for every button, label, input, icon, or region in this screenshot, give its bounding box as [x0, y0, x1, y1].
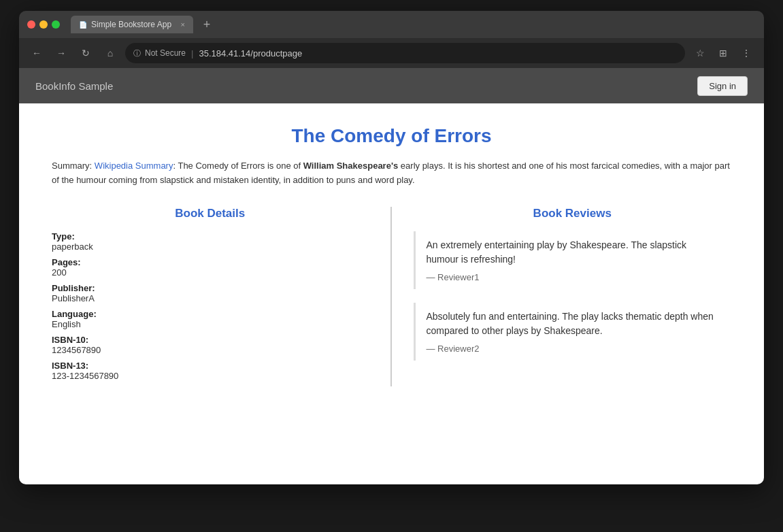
review-card-1: An extremely entertaining play by Shakes…	[414, 231, 732, 289]
traffic-lights	[27, 20, 60, 29]
url-display: 35.184.41.14/productpage	[199, 48, 302, 59]
back-button[interactable]: ←	[27, 44, 46, 63]
detail-pages-value: 200	[52, 267, 369, 278]
book-summary: Summary: Wikipedia Summary: The Comedy o…	[52, 159, 731, 188]
detail-publisher-label: Publisher:	[52, 283, 369, 293]
detail-isbn13-label: ISBN-13:	[52, 361, 369, 371]
security-info-icon: ⓘ	[133, 48, 141, 59]
app-header: BookInfo Sample Sign in	[19, 68, 764, 103]
sign-in-button[interactable]: Sign in	[697, 76, 748, 96]
reload-button[interactable]: ↻	[76, 44, 95, 63]
tab-area: 📄 Simple Bookstore App × +	[71, 15, 756, 34]
detail-pages-label: Pages:	[52, 257, 369, 267]
content-columns: Book Details Type: paperback Pages: 200 …	[52, 207, 731, 386]
minimize-window-button[interactable]	[39, 20, 48, 29]
chrome-menu-button[interactable]: ⋮	[737, 44, 756, 63]
summary-bold-text: William Shakespeare's	[303, 161, 399, 171]
detail-isbn13-value: 123-1234567890	[52, 371, 369, 381]
detail-language-label: Language:	[52, 309, 369, 319]
detail-isbn10-label: ISBN-10:	[52, 335, 369, 345]
tab-title: Simple Bookstore App	[91, 20, 171, 29]
home-button[interactable]: ⌂	[101, 44, 120, 63]
review-text-1: An extremely entertaining play by Shakes…	[427, 238, 721, 267]
fullscreen-window-button[interactable]	[52, 20, 60, 29]
book-reviews-heading: Book Reviews	[414, 207, 732, 220]
close-window-button[interactable]	[27, 20, 35, 29]
detail-type-value: paperback	[52, 242, 369, 252]
review-card-2: Absolutely fun and entertaining. The pla…	[414, 303, 732, 361]
extensions-button[interactable]: ⊞	[714, 44, 733, 63]
summary-text: : The Comedy of Errors is one of	[173, 161, 303, 171]
book-reviews-column: Book Reviews An extremely entertaining p…	[392, 207, 732, 386]
url-separator: |	[191, 48, 193, 59]
forward-button[interactable]: →	[52, 44, 71, 63]
nav-actions: ☆ ⊞ ⋮	[690, 44, 756, 63]
detail-language-value: English	[52, 319, 369, 329]
detail-type-label: Type:	[52, 231, 369, 242]
detail-publisher-value: PublisherA	[52, 293, 369, 303]
summary-prefix: Summary:	[52, 161, 92, 171]
page-content: The Comedy of Errors Summary: Wikipedia …	[19, 103, 764, 484]
browser-window: 📄 Simple Bookstore App × + ← → ↻ ⌂ ⓘ Not…	[19, 11, 764, 484]
new-tab-button[interactable]: +	[197, 15, 216, 34]
book-details-column: Book Details Type: paperback Pages: 200 …	[52, 207, 392, 386]
detail-isbn10-value: 1234567890	[52, 345, 369, 355]
wikipedia-summary-link[interactable]: Wikipedia Summary	[95, 161, 173, 171]
security-text: Not Secure	[145, 48, 186, 58]
nav-bar: ← → ↻ ⌂ ⓘ Not Secure | 35.184.41.14/prod…	[19, 38, 764, 68]
title-bar: 📄 Simple Bookstore App × +	[19, 11, 764, 38]
tab-favicon-icon: 📄	[79, 21, 87, 29]
book-title: The Comedy of Errors	[52, 125, 731, 147]
reviewer-name-1: — Reviewer1	[427, 272, 721, 282]
browser-tab[interactable]: 📄 Simple Bookstore App ×	[71, 16, 193, 33]
reviewer-name-2: — Reviewer2	[427, 344, 721, 354]
review-text-2: Absolutely fun and entertaining. The pla…	[427, 310, 721, 338]
bookmark-button[interactable]: ☆	[690, 44, 710, 63]
book-details-heading: Book Details	[52, 207, 369, 220]
tab-close-button[interactable]: ×	[181, 20, 185, 29]
app-header-title: BookInfo Sample	[35, 80, 113, 92]
address-bar[interactable]: ⓘ Not Secure | 35.184.41.14/productpage	[125, 43, 685, 63]
